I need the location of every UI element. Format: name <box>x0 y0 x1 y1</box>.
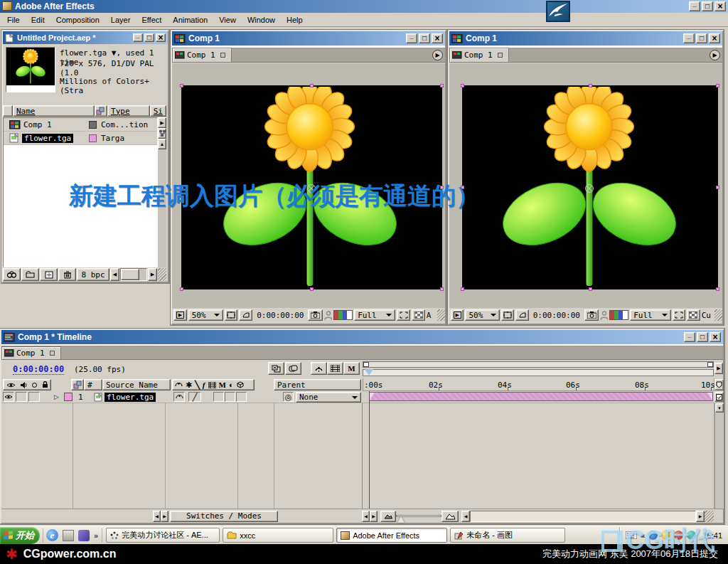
selection-handle[interactable] <box>716 287 719 291</box>
project-close-button[interactable] <box>156 33 166 42</box>
menu-help[interactable]: Help <box>281 14 309 26</box>
bit-depth-button[interactable]: 8 bpc <box>77 268 109 281</box>
timeline-tab[interactable]: Comp 1 <box>1 346 61 359</box>
restore-button[interactable] <box>702 1 713 11</box>
layer-switch-cell[interactable] <box>225 392 235 402</box>
zoom-out-button[interactable] <box>380 511 396 522</box>
menu-effect[interactable]: Effect <box>136 14 167 26</box>
comp2-titlebar[interactable]: Comp 1 <box>449 31 722 46</box>
parent-pickwhip-icon[interactable]: ◎ <box>283 392 294 402</box>
comp2-close-button[interactable] <box>709 33 720 43</box>
layer-visibility-toggle[interactable] <box>3 392 14 402</box>
project-minimize-button[interactable] <box>133 33 143 42</box>
hscroll-right-icon[interactable]: ▶ <box>148 268 157 281</box>
comp1-titlebar[interactable]: Comp 1 <box>172 31 445 46</box>
zoom-in-button[interactable] <box>441 511 459 522</box>
zoom-dropdown[interactable]: 50% <box>465 309 499 321</box>
close-button[interactable] <box>714 1 726 11</box>
roi-button[interactable] <box>673 309 685 321</box>
layer-source-name[interactable]: flower.tga <box>105 393 156 402</box>
column-name[interactable]: Name <box>13 105 95 117</box>
transparency-grid-button[interactable] <box>687 309 700 321</box>
comp1-tab[interactable]: Comp 1 <box>172 48 232 62</box>
selection-handle[interactable] <box>310 287 314 291</box>
resize-grip[interactable] <box>705 511 714 522</box>
parent-column-header[interactable]: Parent <box>274 379 361 390</box>
snapshot-button[interactable] <box>308 309 323 321</box>
index-column-header[interactable]: # <box>84 379 102 390</box>
task-folder-xxcc[interactable]: xxcc <box>223 528 333 543</box>
nav-right-icon[interactable]: ▶ <box>714 363 723 374</box>
navigator-start-handle[interactable] <box>363 362 369 367</box>
comp2-maximize-button[interactable] <box>696 33 707 43</box>
view-menu-partial[interactable]: A <box>427 311 436 320</box>
selection-handle[interactable] <box>461 287 464 291</box>
scroll-up-icon[interactable]: ▲ <box>158 139 166 149</box>
layer-solo-toggle[interactable] <box>28 392 40 402</box>
safe-zones-button[interactable] <box>225 309 238 321</box>
panel-menu-icon[interactable]: ▶ <box>710 50 720 60</box>
zoom-slider-thumb[interactable] <box>397 513 405 523</box>
resize-grip[interactable] <box>158 268 166 281</box>
anchor-point-icon[interactable] <box>584 183 594 193</box>
menu-edit[interactable]: Edit <box>26 14 50 26</box>
task-paint[interactable]: 未命名 - 画图 <box>450 528 565 543</box>
switches-modes-button[interactable]: Switches / Modes <box>170 511 278 522</box>
comp2-timecode[interactable]: 0:00:00:00 <box>530 311 583 320</box>
selection-handle[interactable] <box>716 186 719 189</box>
menu-layer[interactable]: Layer <box>105 14 136 26</box>
project-titlebar[interactable]: Untitled Project.aep * <box>3 31 168 44</box>
timeline-hscroll-track[interactable] <box>470 511 696 522</box>
channel-strips[interactable] <box>609 310 628 320</box>
task-forum[interactable]: 完美动力讨论社区 - AE... <box>106 528 220 543</box>
timeline-rows-area[interactable] <box>1 403 723 509</box>
channel-strips[interactable] <box>333 310 353 320</box>
menu-animation[interactable]: Animation <box>167 14 213 26</box>
timeline-maximize-button[interactable] <box>697 332 708 342</box>
resize-grip[interactable] <box>714 309 722 321</box>
work-area-track[interactable] <box>363 369 714 376</box>
hscroll-left-icon[interactable]: ◀ <box>110 268 119 281</box>
frame-blend-button[interactable] <box>327 362 343 375</box>
alpha-channel-icon[interactable] <box>347 311 352 319</box>
task-after-effects[interactable]: Adobe After Effects <box>336 528 447 543</box>
layer-expand-arrow[interactable]: ▷ <box>54 393 59 400</box>
shy-button[interactable] <box>311 362 327 375</box>
preview-play-icon[interactable]: ▶ <box>451 309 464 321</box>
comp2-minimize-button[interactable] <box>683 33 695 43</box>
out-point-handle[interactable] <box>707 393 712 400</box>
comp-marker-bin[interactable] <box>714 379 724 390</box>
preview-play-icon[interactable]: ▶ <box>173 309 187 321</box>
quick-launch-icon[interactable] <box>78 530 90 541</box>
transparency-grid-button[interactable] <box>412 309 425 321</box>
menu-window[interactable]: Window <box>242 14 281 26</box>
new-composition-button[interactable] <box>40 268 58 281</box>
current-time-indicator[interactable] <box>369 391 370 509</box>
roi-button[interactable] <box>397 309 410 321</box>
menu-file[interactable]: File <box>1 14 26 26</box>
label-column-header[interactable] <box>71 379 84 390</box>
time-shift-left-icon[interactable]: ◀ <box>362 511 370 522</box>
find-button[interactable] <box>3 268 21 281</box>
flowchart-icon[interactable] <box>158 128 166 139</box>
layer-shy-switch[interactable] <box>173 392 185 402</box>
timeline-hscroll-right-icon[interactable]: ▶ <box>696 511 705 522</box>
layer-row-1[interactable]: ▷ 1 flower.tga ╱ ◎ None <box>1 391 723 403</box>
show-snapshot-button[interactable] <box>239 309 252 321</box>
quick-launch-overflow-chevron[interactable]: » <box>94 531 98 540</box>
start-button[interactable]: 开始 <box>0 527 40 544</box>
column-sort-icon-cell[interactable] <box>95 105 107 117</box>
layer-switch-cell[interactable] <box>236 392 247 402</box>
motion-blur-button[interactable]: M <box>343 362 360 375</box>
selection-handle[interactable] <box>589 287 592 291</box>
selection-handle[interactable] <box>589 84 592 87</box>
layer-duration-bar[interactable] <box>369 392 713 401</box>
timeline-vscroll[interactable]: ▼ <box>714 403 724 509</box>
label-swatch-pink[interactable] <box>89 134 97 142</box>
selection-handle[interactable] <box>716 84 719 87</box>
timeline-minimize-button[interactable] <box>684 332 695 342</box>
safe-zones-button[interactable] <box>501 309 514 321</box>
timeline-titlebar[interactable]: Comp 1 * Timeline <box>1 330 723 344</box>
project-row-flower[interactable]: flower.tga Targa <box>4 132 157 145</box>
layer-switch-cell[interactable] <box>213 392 224 402</box>
